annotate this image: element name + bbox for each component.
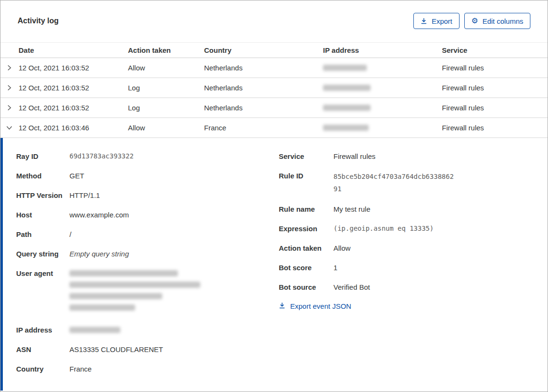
detail-value: HTTP/1.1 [69, 190, 100, 201]
detail-value: 1 [333, 262, 337, 273]
chevron-right-icon[interactable] [0, 85, 19, 91]
detail-row-method: Method GET [16, 170, 279, 181]
cell-date: 12 Oct, 2021 16:03:52 [19, 64, 128, 72]
column-header-date: Date [19, 46, 128, 54]
detail-label: ASN [16, 344, 69, 355]
detail-label: Rule name [279, 204, 333, 215]
cell-country: France [204, 124, 323, 132]
detail-value: Verified Bot [333, 282, 370, 293]
detail-row-asn: ASN AS13335 CLOUDFLARENET [16, 344, 279, 355]
detail-label: HTTP Version [16, 190, 69, 201]
detail-value: (ip.geoip.asnum eq 13335) [333, 223, 434, 234]
detail-value: Firewall rules [333, 151, 375, 162]
export-event-json-link[interactable]: Export event JSON [279, 302, 351, 310]
table-row-expanded[interactable]: 12 Oct, 2021 16:03:46 Allow France Firew… [0, 118, 548, 138]
cell-ip-address-redacted [323, 85, 442, 91]
detail-label: IP address [16, 324, 69, 335]
column-header-service: Service [442, 46, 548, 54]
details-right-column: Service Firewall rules Rule ID 85bce5b20… [279, 151, 548, 391]
detail-label: Service [279, 151, 333, 162]
detail-row-http-version: HTTP Version HTTP/1.1 [16, 190, 279, 201]
export-event-json-label: Export event JSON [290, 302, 351, 310]
detail-label: Rule ID [279, 170, 333, 195]
table-row[interactable]: 12 Oct, 2021 16:03:52 Allow Netherlands … [0, 58, 548, 78]
cell-country: Netherlands [204, 84, 323, 92]
detail-row-user-agent: User agent [16, 268, 279, 316]
event-details-panel: Ray ID 69d13783ac393322 Method GET HTTP … [0, 138, 548, 391]
detail-row-action-taken: Action taken Allow [279, 243, 548, 254]
detail-label: Expression [279, 223, 333, 234]
cell-service: Firewall rules [442, 124, 548, 132]
detail-label: Host [16, 209, 69, 220]
detail-row-rule-id: Rule ID 85bce5b204cf4703a764dcb633886291 [279, 170, 548, 195]
table-header-row: Date Action taken Country IP address Ser… [0, 42, 548, 58]
chevron-right-icon[interactable] [0, 65, 19, 71]
detail-value: GET [69, 170, 84, 181]
cell-date: 12 Oct, 2021 16:03:46 [19, 124, 128, 132]
detail-row-service: Service Firewall rules [279, 151, 548, 162]
export-button[interactable]: Export [413, 13, 459, 29]
detail-label: Path [16, 229, 69, 240]
detail-row-path: Path / [16, 229, 279, 240]
detail-label: Method [16, 170, 69, 181]
detail-value: My test rule [333, 204, 371, 215]
topbar: Activity log Export ⚙ Edit columns [0, 0, 548, 29]
cell-ip-address-redacted [323, 65, 442, 71]
detail-row-bot-score: Bot score 1 [279, 262, 548, 273]
download-icon [421, 18, 427, 24]
cell-action-taken: Allow [128, 64, 204, 72]
detail-row-bot-source: Bot source Verified Bot [279, 282, 548, 293]
edit-columns-button-label: Edit columns [482, 18, 523, 25]
detail-value-redacted [69, 324, 120, 335]
cell-country: Netherlands [204, 104, 323, 112]
page-title: Activity log [18, 17, 59, 25]
column-header-ip-address: IP address [323, 46, 442, 54]
cell-action-taken: Log [128, 84, 204, 92]
detail-row-query-string: Query string Empty query string [16, 248, 279, 259]
download-icon [279, 302, 285, 310]
cell-ip-address-redacted [323, 125, 442, 131]
column-header-action-taken: Action taken [128, 46, 204, 54]
detail-label: Country [16, 363, 69, 374]
detail-row-rule-name: Rule name My test rule [279, 204, 548, 215]
cell-service: Firewall rules [442, 104, 548, 112]
detail-label: User agent [16, 268, 69, 316]
detail-value: / [69, 229, 71, 240]
chevron-down-icon[interactable] [0, 125, 19, 131]
detail-row-host: Host www.example.com [16, 209, 279, 220]
table-row[interactable]: 12 Oct, 2021 16:03:52 Log Netherlands Fi… [0, 78, 548, 98]
chevron-right-icon[interactable] [0, 105, 19, 111]
cell-action-taken: Allow [128, 124, 204, 132]
detail-row-country: Country France [16, 363, 279, 374]
cell-date: 12 Oct, 2021 16:03:52 [19, 84, 128, 92]
detail-value-redacted [69, 268, 200, 316]
detail-label: Query string [16, 248, 69, 259]
cell-date: 12 Oct, 2021 16:03:52 [19, 104, 128, 112]
table-row[interactable]: 12 Oct, 2021 16:03:52 Log Netherlands Fi… [0, 98, 548, 118]
details-left-column: Ray ID 69d13783ac393322 Method GET HTTP … [16, 151, 279, 391]
detail-label: Action taken [279, 243, 333, 254]
detail-value: Empty query string [69, 248, 129, 259]
detail-value: www.example.com [69, 209, 129, 220]
detail-value: France [69, 363, 92, 374]
cell-ip-address-redacted [323, 105, 442, 111]
detail-row-ip-address: IP address [16, 324, 279, 335]
column-header-country: Country [204, 46, 323, 54]
detail-label: Bot source [279, 282, 333, 293]
detail-value: AS13335 CLOUDFLARENET [69, 344, 163, 355]
edit-columns-button[interactable]: ⚙ Edit columns [464, 13, 530, 29]
detail-label: Bot score [279, 262, 333, 273]
detail-value: 69d13783ac393322 [69, 151, 134, 162]
detail-row-ray-id: Ray ID 69d13783ac393322 [16, 151, 279, 162]
detail-value: Allow [333, 243, 351, 254]
gear-icon: ⚙ [471, 17, 478, 25]
detail-value: 85bce5b204cf4703a764dcb633886291 [333, 170, 456, 195]
cell-country: Netherlands [204, 64, 323, 72]
activity-log-panel: Activity log Export ⚙ Edit columns Date … [0, 0, 548, 392]
cell-service: Firewall rules [442, 64, 548, 72]
cell-action-taken: Log [128, 104, 204, 112]
detail-label: Ray ID [16, 151, 69, 162]
toolbar-actions: Export ⚙ Edit columns [413, 13, 530, 29]
export-button-label: Export [431, 18, 452, 25]
cell-service: Firewall rules [442, 84, 548, 92]
